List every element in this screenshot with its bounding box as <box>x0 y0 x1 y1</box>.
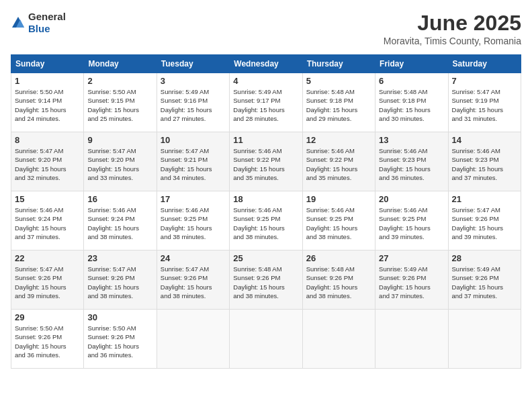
day-info: Sunrise: 5:48 AM Sunset: 9:18 PM Dayligh… <box>379 87 444 123</box>
logo-blue-text: Blue <box>28 23 50 34</box>
day-number: 9 <box>87 135 152 145</box>
weekday-header-tuesday: Tuesday <box>157 55 229 73</box>
calendar-cell: 13Sunrise: 5:46 AM Sunset: 9:23 PM Dayli… <box>375 132 448 191</box>
day-number: 3 <box>161 76 226 86</box>
calendar-cell: 29Sunrise: 5:50 AM Sunset: 9:26 PM Dayli… <box>11 310 84 369</box>
day-info: Sunrise: 5:46 AM Sunset: 9:22 PM Dayligh… <box>306 146 371 182</box>
day-number: 6 <box>379 76 444 86</box>
day-info: Sunrise: 5:46 AM Sunset: 9:25 PM Dayligh… <box>306 205 371 241</box>
location-title: Moravita, Timis County, Romania <box>384 36 521 46</box>
day-number: 12 <box>306 135 371 145</box>
calendar-cell: 1Sunrise: 5:50 AM Sunset: 9:14 PM Daylig… <box>11 73 84 132</box>
calendar-cell: 22Sunrise: 5:47 AM Sunset: 9:26 PM Dayli… <box>11 250 84 310</box>
calendar-cell: 21Sunrise: 5:47 AM Sunset: 9:26 PM Dayli… <box>448 191 521 250</box>
day-number: 4 <box>233 76 298 86</box>
calendar-cell: 16Sunrise: 5:46 AM Sunset: 9:24 PM Dayli… <box>84 191 157 250</box>
weekday-row: SundayMondayTuesdayWednesdayThursdayFrid… <box>11 55 521 73</box>
day-number: 10 <box>161 135 226 145</box>
day-info: Sunrise: 5:48 AM Sunset: 9:26 PM Dayligh… <box>233 265 298 300</box>
day-number: 25 <box>233 253 298 263</box>
header: General Blue June 2025 Moravita, Timis C… <box>11 11 521 46</box>
day-info: Sunrise: 5:47 AM Sunset: 9:20 PM Dayligh… <box>87 146 152 182</box>
calendar-cell: 10Sunrise: 5:47 AM Sunset: 9:21 PM Dayli… <box>157 132 229 191</box>
calendar-header: SundayMondayTuesdayWednesdayThursdayFrid… <box>11 55 521 73</box>
day-info: Sunrise: 5:46 AM Sunset: 9:25 PM Dayligh… <box>379 205 444 241</box>
day-number: 30 <box>87 312 152 322</box>
logo: General Blue <box>11 11 66 35</box>
weekday-header-monday: Monday <box>84 55 157 73</box>
day-info: Sunrise: 5:46 AM Sunset: 9:24 PM Dayligh… <box>15 205 80 241</box>
calendar-cell: 5Sunrise: 5:48 AM Sunset: 9:18 PM Daylig… <box>302 73 375 132</box>
day-number: 11 <box>233 135 298 145</box>
day-number: 5 <box>306 76 371 86</box>
day-info: Sunrise: 5:49 AM Sunset: 9:16 PM Dayligh… <box>161 87 226 123</box>
calendar-cell: 25Sunrise: 5:48 AM Sunset: 9:26 PM Dayli… <box>230 250 302 310</box>
day-info: Sunrise: 5:46 AM Sunset: 9:23 PM Dayligh… <box>379 146 444 182</box>
calendar-cell: 12Sunrise: 5:46 AM Sunset: 9:22 PM Dayli… <box>302 132 375 191</box>
day-info: Sunrise: 5:47 AM Sunset: 9:19 PM Dayligh… <box>452 87 517 123</box>
day-number: 22 <box>15 253 80 263</box>
day-info: Sunrise: 5:50 AM Sunset: 9:14 PM Dayligh… <box>15 87 80 123</box>
calendar-week-4: 22Sunrise: 5:47 AM Sunset: 9:26 PM Dayli… <box>11 250 521 310</box>
day-info: Sunrise: 5:46 AM Sunset: 9:25 PM Dayligh… <box>161 205 226 241</box>
calendar-cell <box>302 310 375 369</box>
calendar-cell: 7Sunrise: 5:47 AM Sunset: 9:19 PM Daylig… <box>448 73 521 132</box>
day-number: 17 <box>161 194 226 204</box>
calendar-cell: 24Sunrise: 5:47 AM Sunset: 9:26 PM Dayli… <box>157 250 229 310</box>
day-number: 24 <box>161 253 226 263</box>
day-number: 23 <box>87 253 152 263</box>
weekday-header-friday: Friday <box>375 55 448 73</box>
calendar-cell: 17Sunrise: 5:46 AM Sunset: 9:25 PM Dayli… <box>157 191 229 250</box>
day-info: Sunrise: 5:49 AM Sunset: 9:17 PM Dayligh… <box>233 87 298 123</box>
calendar-table: SundayMondayTuesdayWednesdayThursdayFrid… <box>11 54 521 369</box>
calendar-cell <box>448 310 521 369</box>
calendar-week-5: 29Sunrise: 5:50 AM Sunset: 9:26 PM Dayli… <box>11 310 521 369</box>
day-info: Sunrise: 5:46 AM Sunset: 9:23 PM Dayligh… <box>452 146 517 182</box>
weekday-header-saturday: Saturday <box>448 55 521 73</box>
calendar-cell <box>230 310 302 369</box>
calendar-cell: 26Sunrise: 5:48 AM Sunset: 9:26 PM Dayli… <box>302 250 375 310</box>
day-info: Sunrise: 5:50 AM Sunset: 9:26 PM Dayligh… <box>87 324 152 359</box>
day-info: Sunrise: 5:50 AM Sunset: 9:26 PM Dayligh… <box>15 324 80 359</box>
calendar-week-2: 8Sunrise: 5:47 AM Sunset: 9:20 PM Daylig… <box>11 132 521 191</box>
day-info: Sunrise: 5:47 AM Sunset: 9:26 PM Dayligh… <box>452 205 517 241</box>
day-number: 20 <box>379 194 444 204</box>
logo-general-text: General <box>28 11 66 22</box>
day-number: 14 <box>452 135 517 145</box>
day-number: 7 <box>452 76 517 86</box>
logo-icon <box>11 15 26 30</box>
calendar-cell: 30Sunrise: 5:50 AM Sunset: 9:26 PM Dayli… <box>84 310 157 369</box>
calendar-cell: 3Sunrise: 5:49 AM Sunset: 9:16 PM Daylig… <box>157 73 229 132</box>
day-info: Sunrise: 5:47 AM Sunset: 9:26 PM Dayligh… <box>15 265 80 300</box>
calendar-cell: 2Sunrise: 5:50 AM Sunset: 9:15 PM Daylig… <box>84 73 157 132</box>
calendar-cell: 27Sunrise: 5:49 AM Sunset: 9:26 PM Dayli… <box>375 250 448 310</box>
calendar-cell: 4Sunrise: 5:49 AM Sunset: 9:17 PM Daylig… <box>230 73 302 132</box>
calendar-cell: 14Sunrise: 5:46 AM Sunset: 9:23 PM Dayli… <box>448 132 521 191</box>
calendar-cell <box>157 310 229 369</box>
calendar-cell: 15Sunrise: 5:46 AM Sunset: 9:24 PM Dayli… <box>11 191 84 250</box>
calendar-week-1: 1Sunrise: 5:50 AM Sunset: 9:14 PM Daylig… <box>11 73 521 132</box>
day-info: Sunrise: 5:46 AM Sunset: 9:25 PM Dayligh… <box>233 205 298 241</box>
day-number: 15 <box>15 194 80 204</box>
day-info: Sunrise: 5:47 AM Sunset: 9:21 PM Dayligh… <box>161 146 226 182</box>
day-info: Sunrise: 5:49 AM Sunset: 9:26 PM Dayligh… <box>379 265 444 300</box>
day-number: 16 <box>87 194 152 204</box>
day-info: Sunrise: 5:48 AM Sunset: 9:18 PM Dayligh… <box>306 87 371 123</box>
day-number: 26 <box>306 253 371 263</box>
day-number: 19 <box>306 194 371 204</box>
day-number: 2 <box>87 76 152 86</box>
calendar-cell: 9Sunrise: 5:47 AM Sunset: 9:20 PM Daylig… <box>84 132 157 191</box>
day-number: 18 <box>233 194 298 204</box>
weekday-header-thursday: Thursday <box>302 55 375 73</box>
title-area: June 2025 Moravita, Timis County, Romani… <box>384 11 521 46</box>
day-info: Sunrise: 5:47 AM Sunset: 9:20 PM Dayligh… <box>15 146 80 182</box>
day-info: Sunrise: 5:47 AM Sunset: 9:26 PM Dayligh… <box>87 265 152 300</box>
day-number: 8 <box>15 135 80 145</box>
calendar-body: 1Sunrise: 5:50 AM Sunset: 9:14 PM Daylig… <box>11 73 521 369</box>
day-info: Sunrise: 5:46 AM Sunset: 9:22 PM Dayligh… <box>233 146 298 182</box>
day-number: 1 <box>15 76 80 86</box>
day-number: 13 <box>379 135 444 145</box>
day-number: 27 <box>379 253 444 263</box>
day-number: 21 <box>452 194 517 204</box>
day-info: Sunrise: 5:49 AM Sunset: 9:26 PM Dayligh… <box>452 265 517 300</box>
